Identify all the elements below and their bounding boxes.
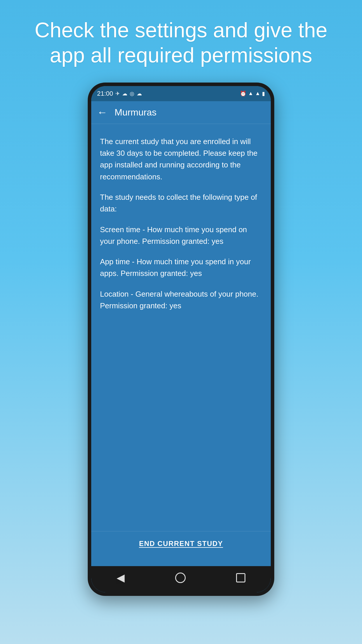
paragraph-app-time: App time - How much time you spend in yo… [100, 256, 262, 279]
paragraph-screen-time: Screen time - How much time you spend on… [100, 224, 262, 247]
circle-icon: ◎ [130, 90, 134, 97]
back-button[interactable]: ← [97, 106, 108, 118]
nav-back-icon[interactable]: ◀ [117, 572, 125, 584]
end-current-study-button[interactable]: END CURRENT STUDY [139, 540, 223, 548]
bottom-bar: END CURRENT STUDY [91, 531, 271, 566]
wifi-icon: ▲ [248, 90, 253, 97]
battery-icon: ▮ [262, 90, 265, 97]
phone-device: 21:00 ✈ ☁ ◎ ☁ ⏰ ▲ ▲ ▮ ← Murmuras The cur… [88, 83, 274, 596]
signal-icon: ▲ [255, 90, 260, 97]
nav-bar: ◀ [91, 566, 271, 592]
nav-home-icon[interactable] [175, 573, 186, 583]
page-headline: Check the settings and give the app all … [0, 0, 362, 83]
status-time: 21:00 [97, 90, 113, 97]
status-bar: 21:00 ✈ ☁ ◎ ☁ ⏰ ▲ ▲ ▮ [91, 86, 271, 101]
toolbar-title: Murmuras [115, 107, 157, 118]
content-area: The current study that you are enrolled … [91, 124, 271, 531]
phone-screen: 21:00 ✈ ☁ ◎ ☁ ⏰ ▲ ▲ ▮ ← Murmuras The cur… [91, 86, 271, 592]
toolbar: ← Murmuras [91, 101, 271, 124]
paragraph-enrollment: The current study that you are enrolled … [100, 136, 262, 183]
cloud2-icon: ☁ [137, 90, 142, 97]
cloud-icon: ☁ [122, 90, 127, 97]
paragraph-data-intro: The study needs to collect the following… [100, 191, 262, 215]
alarm-icon: ⏰ [240, 90, 246, 97]
airplane-icon: ✈ [115, 90, 120, 97]
nav-recents-icon[interactable] [236, 573, 245, 582]
paragraph-location: Location - General whereabouts of your p… [100, 288, 262, 312]
